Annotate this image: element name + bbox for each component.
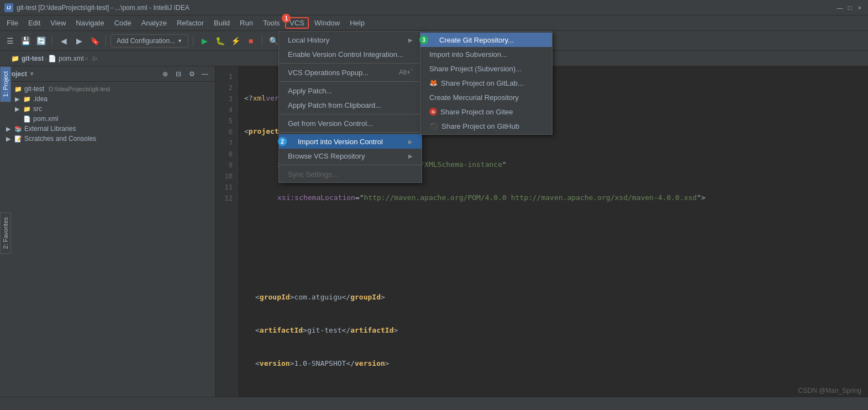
tree-idea[interactable]: ▶ 📁 .idea bbox=[0, 94, 215, 104]
line-num-9: 9 bbox=[215, 159, 237, 170]
tree-pomxml[interactable]: 📄 pom.xml bbox=[0, 114, 215, 124]
vcs-menu-local-history[interactable]: Local History ▶ bbox=[279, 33, 422, 47]
title-bar-left: IJ git-test [D:\IdeaProjects\git-test] -… bbox=[4, 3, 190, 12]
menu-build[interactable]: Build bbox=[209, 17, 234, 29]
vcs-menu-browse-vcs[interactable]: Browse VCS Repository ▶ bbox=[279, 149, 422, 163]
toolbar-save-btn[interactable]: 💾 bbox=[19, 34, 32, 48]
submenu-share-svn[interactable]: Share Project (Subversion)... bbox=[420, 61, 552, 76]
minimize-button[interactable]: — bbox=[836, 4, 844, 12]
local-history-label: Local History bbox=[288, 36, 408, 44]
project-dropdown-icon: ▼ bbox=[29, 71, 35, 77]
panel-minimize-btn[interactable]: — bbox=[199, 69, 211, 80]
breadcrumb-file-icon: 📄 bbox=[48, 55, 56, 62]
menu-refactor[interactable]: Refactor bbox=[172, 17, 208, 29]
import-vcs-badge: 2 bbox=[278, 137, 287, 146]
import-vcs-arrow: ▶ bbox=[408, 139, 413, 145]
tab-close-btn[interactable]: × bbox=[85, 55, 88, 62]
maximize-button[interactable]: □ bbox=[846, 4, 854, 12]
vcs-sep-3 bbox=[279, 114, 422, 114]
vcs-dropdown-menu: Local History ▶ Enable Version Control I… bbox=[278, 31, 422, 183]
add-configuration-button[interactable]: Add Configuration... ▼ bbox=[111, 34, 188, 48]
vcs-menu-get-from-vcs[interactable]: Get from Version Control... bbox=[279, 116, 422, 130]
panel-add-btn[interactable]: ⊕ bbox=[160, 69, 171, 80]
apply-patch-label: Apply Patch... bbox=[288, 87, 413, 95]
toolbar-run-with-cover-btn[interactable]: ⚡ bbox=[229, 34, 242, 48]
submenu-share-gitlab[interactable]: 🦊 Share Project on GitLab... bbox=[420, 76, 552, 90]
toolbar-menu-btn[interactable]: ☰ bbox=[3, 34, 17, 48]
gitlab-icon: 🦊 bbox=[429, 79, 438, 87]
project-folder-icon: 📁 bbox=[14, 86, 22, 93]
menu-window[interactable]: Window bbox=[310, 17, 344, 29]
code-line-5 bbox=[244, 225, 861, 236]
menu-vcs[interactable]: VCS 1 bbox=[285, 17, 309, 29]
submenu-create-mercurial[interactable]: Create Mercurial Repository bbox=[420, 90, 552, 104]
line-num-10: 10 bbox=[215, 170, 237, 181]
menu-edit[interactable]: Edit bbox=[24, 17, 45, 29]
toolbar-sep-4 bbox=[262, 35, 262, 46]
toolbar-stop-btn[interactable]: ■ bbox=[244, 34, 257, 48]
toolbar-sep-2 bbox=[106, 35, 106, 46]
side-tab-favorites[interactable]: 2: Favorites bbox=[0, 212, 11, 254]
watermark: CSDN @Man_Spring bbox=[798, 387, 861, 395]
panel-actions: ⊕ ⊟ ⚙ — bbox=[160, 69, 211, 80]
menu-analyze[interactable]: Analyze bbox=[137, 17, 171, 29]
add-config-dropdown-icon: ▼ bbox=[177, 38, 182, 44]
create-mercurial-label: Create Mercurial Repository bbox=[429, 93, 543, 102]
menu-tools[interactable]: Tools bbox=[259, 17, 284, 29]
toolbar-sync-btn[interactable]: 🔄 bbox=[34, 34, 48, 48]
scratches-icon: 📝 bbox=[14, 135, 22, 143]
toolbar-debug-btn[interactable]: 🐛 bbox=[213, 34, 227, 48]
menu-help[interactable]: Help bbox=[345, 17, 369, 29]
root-path: D:\IdeaProjects\git-test bbox=[49, 86, 110, 92]
vcs-menu-import-vcs[interactable]: 2 Import into Version Control ▶ bbox=[279, 134, 422, 149]
src-folder-icon: 📁 bbox=[23, 106, 31, 113]
line-num-5: 5 bbox=[215, 115, 237, 126]
vcs-menu-operations-popup[interactable]: VCS Operations Popup... Alt+` bbox=[279, 65, 422, 80]
line-numbers: 1 2 3 4 5 6 7 8 9 10 11 12 bbox=[215, 66, 238, 410]
extlib-label: External Libraries bbox=[24, 125, 76, 133]
vcs-sep-4 bbox=[279, 132, 422, 133]
toolbar-run-btn[interactable]: ▶ bbox=[198, 34, 211, 48]
line-num-7: 7 bbox=[215, 137, 237, 148]
line-num-6: 6 bbox=[215, 126, 237, 137]
close-button[interactable]: × bbox=[856, 4, 864, 12]
toolbar-back-btn[interactable]: ◀ bbox=[57, 34, 70, 48]
line-num-11: 11 bbox=[215, 181, 237, 192]
toolbar-bookmark-btn[interactable]: 🔖 bbox=[88, 34, 101, 48]
menu-code[interactable]: Code bbox=[110, 17, 136, 29]
share-github-label: Share Project on GitHub bbox=[441, 122, 543, 130]
menu-run[interactable]: Run bbox=[235, 17, 257, 29]
tree-external-libs[interactable]: ▶ 📚 External Libraries bbox=[0, 124, 215, 134]
toolbar-forward-btn[interactable]: ▶ bbox=[72, 34, 86, 48]
menu-navigate[interactable]: Navigate bbox=[71, 17, 108, 29]
local-history-arrow: ▶ bbox=[408, 37, 413, 43]
vcs-menu-apply-patch-clipboard[interactable]: Apply Patch from Clipboard... bbox=[279, 98, 422, 112]
src-label: src bbox=[33, 105, 42, 113]
code-line-7: <groupId>com.atguigu</groupId> bbox=[244, 292, 861, 303]
submenu-share-gitee[interactable]: G Share Project on Gitee bbox=[420, 104, 552, 119]
code-line-8: <artifactId>git-test</artifactId> bbox=[244, 325, 861, 336]
tree-root[interactable]: ▼ 📁 git-test D:\IdeaProjects\git-test bbox=[0, 84, 215, 94]
vcs-menu-enable-vcs[interactable]: Enable Version Control Integration... bbox=[279, 47, 422, 61]
import-svn-label: Import into Subversion... bbox=[429, 50, 543, 59]
tree-scratches[interactable]: ▶ 📝 Scratches and Consoles bbox=[0, 134, 215, 144]
root-label: git-test bbox=[24, 85, 44, 93]
panel-settings-btn[interactable]: ⚙ bbox=[186, 69, 197, 80]
gitee-icon: G bbox=[429, 108, 437, 115]
status-bar: CSDN @Man_Spring bbox=[0, 397, 868, 410]
panel-collapse-btn[interactable]: ⊟ bbox=[173, 69, 184, 80]
menu-view[interactable]: View bbox=[46, 17, 70, 29]
create-git-label: Create Git Repository... bbox=[429, 36, 543, 44]
submenu-import-svn[interactable]: Import into Subversion... bbox=[420, 47, 552, 61]
submenu-share-github[interactable]: ⚫ Share Project on GitHub bbox=[420, 119, 552, 133]
vcs-menu-sync-settings: Sync Settings... bbox=[279, 167, 422, 181]
submenu-create-git[interactable]: 3 Create Git Repository... bbox=[420, 33, 552, 47]
vcs-menu-apply-patch[interactable]: Apply Patch... bbox=[279, 83, 422, 98]
window-title: git-test [D:\IdeaProjects\git-test] - ..… bbox=[17, 4, 190, 12]
menu-file[interactable]: File bbox=[2, 17, 23, 29]
tree-src[interactable]: ▶ 📁 src bbox=[0, 104, 215, 114]
line-num-2: 2 bbox=[215, 82, 237, 93]
side-tab-project[interactable]: 1: Project bbox=[0, 66, 11, 102]
line-num-4: 4 bbox=[215, 104, 237, 115]
share-gitee-label: Share Project on Gitee bbox=[440, 108, 543, 116]
